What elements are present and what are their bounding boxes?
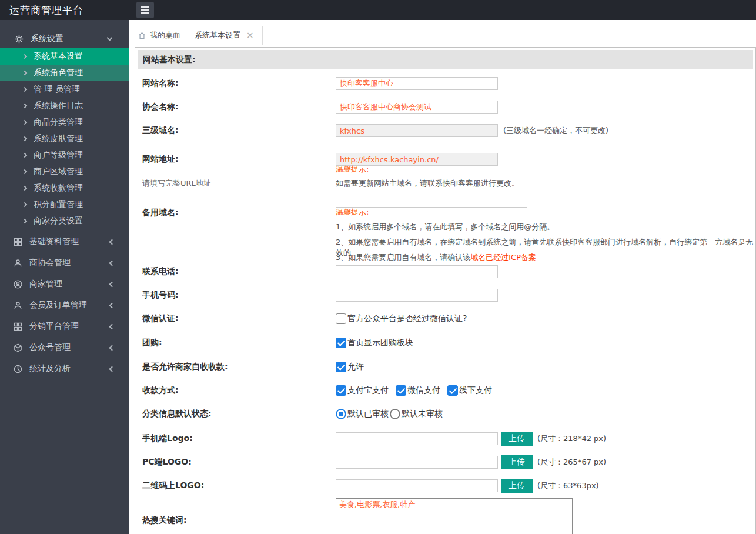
- field-label: 网站地址:: [142, 154, 336, 165]
- tab-system-basic-settings[interactable]: 系统基本设置 ×: [186, 26, 263, 45]
- mobile-logo-input[interactable]: [336, 432, 498, 445]
- close-icon[interactable]: ×: [246, 31, 254, 40]
- wechatpay-checkbox[interactable]: [396, 385, 406, 396]
- form-row-site-name: 网站名称:: [142, 76, 752, 91]
- tab-my-desktop[interactable]: 我的桌面: [129, 26, 190, 45]
- tab-bar: 我的桌面 系统基本设置 ×: [129, 20, 756, 45]
- qr-logo-input[interactable]: [336, 479, 498, 492]
- field-label: 备用域名:: [142, 208, 179, 218]
- sidebar-item-system-payment[interactable]: 系统收款管理: [0, 180, 129, 196]
- sidebar-item-product-category[interactable]: 商品分类管理: [0, 114, 129, 131]
- icp-highlight-text: 域名已经过ICP备案: [470, 253, 536, 262]
- field-label: 协会名称:: [142, 102, 336, 112]
- field-label: 微信认证:: [142, 313, 336, 324]
- sidebar-item-official-account-mgmt[interactable]: 公众号管理: [0, 337, 129, 358]
- sidebar-item-member-order-mgmt[interactable]: 会员及订单管理: [0, 295, 129, 316]
- field-label: 联系电话:: [142, 266, 336, 277]
- checkbox-label: 支付宝支付: [347, 385, 389, 396]
- sidebar-item-system-operation-log[interactable]: 系统操作日志: [0, 98, 129, 114]
- submenu-label: 商家分类设置: [34, 216, 83, 226]
- form-row-wechat-auth: 微信认证: 官方公众平台是否经过微信认证?: [142, 312, 752, 326]
- chevron-left-icon: [109, 345, 115, 351]
- submenu-label: 积分配置管理: [34, 199, 83, 210]
- offline-pay-checkbox[interactable]: [447, 385, 458, 396]
- qr-logo-upload-button[interactable]: 上传: [501, 479, 533, 493]
- form-row-mobile-logo: 手机端Logo: 上传 (尺寸：218*42 px): [142, 432, 752, 446]
- chevron-left-icon: [109, 260, 115, 266]
- sidebar-item-admin-management[interactable]: 管 理 员管理: [0, 81, 129, 98]
- group-label: 统计及分析: [29, 363, 71, 374]
- backup-domain-tip-title: 温馨提示:: [336, 207, 369, 218]
- site-url-sublabel: 请填写完整URL地址: [142, 178, 211, 189]
- submenu-label: 系统收款管理: [34, 183, 83, 193]
- pc-logo-size-note: (尺寸：265*67 px): [537, 457, 606, 468]
- radio-label: 默认未审核: [402, 409, 443, 419]
- checkbox-label: 首页显示团购板块: [347, 338, 413, 348]
- hamburger-menu-icon[interactable]: [136, 2, 154, 18]
- gear-icon: [14, 34, 24, 44]
- pie-icon: [13, 364, 23, 374]
- form-row-pc-logo: PC端LOGO: 上传 (尺寸：265*67 px): [142, 455, 752, 469]
- group-label: 公众号管理: [29, 342, 71, 353]
- sidebar-item-system-settings[interactable]: 系统设置: [0, 29, 129, 48]
- unapproved-radio[interactable]: [390, 409, 400, 419]
- pc-logo-upload-button[interactable]: 上传: [501, 455, 533, 469]
- submenu-label: 系统角色管理: [34, 68, 83, 78]
- sidebar-item-system-basic-settings[interactable]: 系统基本设置: [0, 48, 129, 65]
- arrow-right-icon: [22, 120, 27, 125]
- tip-text: 3、如果您需要启用自有域名，请确认该: [336, 253, 470, 262]
- submenu-label: 商品分类管理: [34, 117, 83, 128]
- pc-logo-input[interactable]: [336, 456, 498, 469]
- wechat-auth-checkbox[interactable]: [336, 313, 346, 324]
- group-label: 分销平台管理: [29, 321, 79, 332]
- site-name-input[interactable]: [336, 77, 498, 90]
- sidebar-item-merchant-region[interactable]: 商户区域管理: [0, 163, 129, 180]
- group-label: 基础资料管理: [29, 236, 79, 247]
- field-label: 网站名称:: [142, 78, 336, 89]
- approved-radio[interactable]: [336, 409, 346, 419]
- sidebar-item-basic-data[interactable]: 基础资料管理: [0, 231, 129, 252]
- form-row-mobile: 手机号码:: [142, 288, 752, 302]
- checkbox-label: 官方公众平台是否经过微信认证?: [347, 313, 467, 324]
- assoc-name-input[interactable]: [336, 101, 498, 114]
- self-collect-checkbox[interactable]: [336, 362, 346, 372]
- radio-label: 默认已审核: [347, 409, 389, 419]
- sidebar-item-system-skin[interactable]: 系统皮肤管理: [0, 131, 129, 147]
- sidebar-item-distribution-platform[interactable]: 分销平台管理: [0, 316, 129, 337]
- field-label: 是否允许商家自收收款:: [142, 362, 336, 372]
- sidebar-groups: 基础资料管理 商协会管理 商家管理 会员及订单管理 分销平台管理 公众号管理 统…: [0, 231, 129, 379]
- submenu-label: 系统操作日志: [34, 101, 83, 111]
- sidebar-item-merchant-category[interactable]: 商家分类设置: [0, 213, 129, 229]
- phone-input[interactable]: [336, 265, 498, 278]
- mobile-logo-upload-button[interactable]: 上传: [501, 432, 533, 446]
- qr-logo-size-note: (尺寸：63*63px): [537, 480, 599, 491]
- person-icon: [13, 258, 23, 268]
- section-title: 网站基本设置:: [138, 50, 753, 69]
- hot-keywords-textarea[interactable]: 美食,电影票,衣服,特产: [336, 498, 573, 534]
- alipay-checkbox[interactable]: [336, 385, 346, 396]
- sidebar-item-statistics-analysis[interactable]: 统计及分析: [0, 358, 129, 379]
- app-title: 运营商管理平台: [9, 4, 83, 17]
- field-label: 手机端Logo:: [142, 433, 336, 444]
- sidebar-item-merchant-level[interactable]: 商户等级管理: [0, 147, 129, 163]
- sidebar-item-points-config[interactable]: 积分配置管理: [0, 196, 129, 213]
- submenu-label: 系统基本设置: [34, 51, 83, 62]
- submenu-label: 管 理 员管理: [34, 84, 80, 95]
- submenu-label: 商户区域管理: [34, 166, 83, 177]
- form-row-assoc-name: 协会名称:: [142, 100, 752, 114]
- field-label: 三级域名:: [142, 125, 336, 136]
- backup-domain-input[interactable]: [336, 195, 527, 208]
- arrow-right-icon: [22, 186, 27, 191]
- form-row-groupbuy: 团购: 首页显示团购板块: [142, 336, 752, 350]
- mobile-input[interactable]: [336, 289, 498, 302]
- sidebar-item-merchant-mgmt[interactable]: 商家管理: [0, 273, 129, 295]
- cube-icon: [13, 343, 23, 353]
- groupbuy-checkbox[interactable]: [336, 338, 346, 348]
- subdomain-input[interactable]: [336, 124, 498, 137]
- top-header: 运营商管理平台: [0, 0, 756, 20]
- arrow-right-icon: [22, 169, 27, 174]
- arrow-right-icon: [22, 202, 27, 207]
- operator-admin-page: 运营商管理平台 系统设置 系统基本设置 系统角色管理 管 理 员管理 系统操作日…: [0, 0, 756, 534]
- sidebar-item-association-mgmt[interactable]: 商协会管理: [0, 252, 129, 273]
- sidebar-item-system-role-management[interactable]: 系统角色管理: [0, 65, 129, 81]
